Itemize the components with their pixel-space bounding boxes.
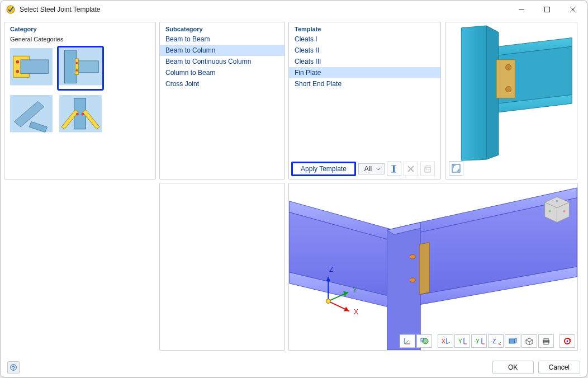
reset-view-button[interactable] (559, 334, 575, 348)
category-header: Category (4, 22, 155, 34)
svg-point-64 (326, 299, 330, 304)
svg-marker-83 (515, 338, 516, 343)
category-thumb-bracing[interactable] (57, 93, 104, 138)
viewport-toolbar: X Y -Y -Z (400, 334, 575, 348)
svg-text:?: ? (12, 365, 15, 371)
svg-rect-7 (21, 60, 48, 74)
zoom-extents-button[interactable] (416, 334, 432, 348)
cancel-button[interactable]: Cancel (538, 361, 580, 374)
filter-dropdown[interactable]: All (358, 163, 385, 174)
svg-rect-12 (76, 61, 98, 73)
svg-line-80 (499, 342, 501, 344)
svg-point-40 (506, 87, 511, 92)
svg-point-55 (549, 210, 551, 212)
svg-text:X: X (442, 338, 445, 344)
app-icon (6, 5, 15, 14)
svg-point-39 (506, 65, 511, 70)
svg-line-67 (405, 341, 409, 344)
preview-panel (445, 22, 577, 179)
details-panel (159, 183, 285, 351)
svg-point-24 (81, 113, 84, 116)
svg-line-72 (447, 342, 450, 344)
axis-y-label: Y (353, 286, 357, 294)
template-header: Template (289, 22, 440, 34)
category-thumb-beam-splice[interactable] (8, 46, 55, 91)
new-button[interactable] (420, 162, 435, 176)
apply-template-button[interactable]: Apply Template (291, 162, 356, 176)
svg-rect-13 (75, 59, 79, 75)
maximize-button[interactable] (534, 1, 560, 18)
print-button[interactable] (538, 334, 554, 348)
category-subheader: General Categories (4, 34, 155, 45)
iso-view-button[interactable] (521, 334, 537, 348)
template-panel: Template Cleats I Cleats II Cleats III F… (288, 22, 441, 179)
category-thumb-diagonal[interactable] (8, 93, 55, 138)
template-item[interactable]: Cleats III (289, 56, 440, 67)
subcategory-item[interactable]: Cross Joint (160, 78, 284, 89)
svg-point-52 (410, 278, 415, 282)
subcategory-item[interactable]: Beam to Column (160, 45, 284, 56)
template-item[interactable]: Cleats I (289, 34, 440, 45)
window-title: Select Steel Joint Template (20, 6, 101, 13)
help-button[interactable]: ? (7, 361, 20, 374)
svg-rect-11 (65, 50, 77, 83)
delete-button[interactable] (404, 162, 418, 176)
dialog-window: Select Steel Joint Template 1 2 3 4 Cate… (0, 0, 587, 377)
svg-rect-82 (509, 339, 515, 343)
chevron-down-icon (376, 167, 381, 171)
svg-point-57 (556, 200, 558, 202)
rename-button[interactable] (387, 162, 401, 176)
template-item[interactable]: Short End Plate (289, 78, 440, 89)
svg-rect-25 (393, 166, 395, 172)
axis-x-label: X (354, 308, 358, 316)
svg-rect-38 (496, 60, 515, 98)
svg-marker-32 (461, 26, 486, 160)
template-item[interactable]: Cleats II (289, 45, 440, 56)
svg-point-56 (563, 210, 565, 212)
model-viewport[interactable]: Z Y X X Y -Y -Z (288, 183, 578, 351)
svg-point-9 (16, 70, 19, 73)
title-bar: Select Steel Joint Template (1, 1, 587, 18)
ok-button[interactable]: OK (492, 361, 534, 374)
preview-render (448, 25, 575, 162)
svg-point-8 (16, 60, 19, 64)
svg-point-51 (410, 254, 415, 259)
svg-rect-88 (544, 342, 548, 344)
subcategory-item[interactable]: Beam to Beam (160, 34, 284, 45)
view-neg-y-button[interactable]: -Y (471, 334, 487, 348)
zoom-extents-button[interactable] (449, 161, 463, 176)
subcategory-item[interactable]: Beam to Continuous Column (160, 56, 284, 67)
category-panel: Category General Categories (4, 22, 156, 179)
svg-marker-45 (387, 223, 421, 350)
subcategory-header: Subcategory (160, 22, 284, 34)
svg-point-91 (567, 341, 568, 342)
minimize-button[interactable] (509, 1, 534, 18)
svg-rect-87 (544, 338, 548, 341)
svg-point-23 (76, 113, 79, 116)
svg-text:-Z: -Z (491, 338, 496, 344)
view-neg-z-button[interactable]: -Z (488, 334, 504, 348)
template-item[interactable]: Fin Plate (289, 67, 440, 78)
view-y-button[interactable]: Y (454, 334, 470, 348)
svg-text:-Y: -Y (474, 338, 480, 344)
category-thumb-beam-column[interactable] (57, 46, 104, 91)
svg-point-14 (75, 62, 78, 64)
subcategory-item[interactable]: Column to Beam (160, 67, 284, 78)
subcategory-panel: Subcategory Beam to Beam Beam to Column … (159, 22, 285, 179)
svg-point-15 (75, 69, 78, 72)
ucs-button[interactable] (400, 334, 415, 348)
display-mode-button[interactable] (505, 334, 520, 348)
svg-rect-2 (545, 7, 550, 12)
filter-label: All (364, 165, 372, 173)
svg-text:Y: Y (458, 338, 462, 344)
category-thumbs (4, 45, 155, 139)
view-x-button[interactable]: X (438, 334, 453, 348)
svg-marker-50 (419, 242, 429, 294)
svg-line-81 (499, 344, 501, 345)
svg-marker-34 (475, 26, 481, 160)
dialog-footer: ? OK Cancel (1, 358, 587, 377)
axis-z-label: Z (329, 266, 333, 273)
close-button[interactable] (560, 1, 586, 18)
